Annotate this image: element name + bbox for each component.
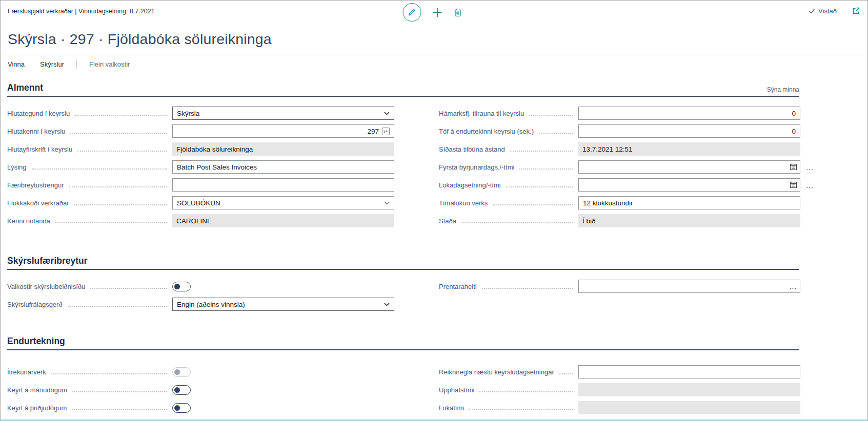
- dotted-leader: [32, 164, 167, 170]
- chevron-down-icon: [384, 112, 390, 115]
- field-label: Lýsing: [7, 163, 27, 171]
- section-recurrence: Endurtekning Ítrekunarverk Keyrt á mánud…: [7, 336, 799, 419]
- page-title: Skýrsla · 297 · Fjöldabóka sölureikninga: [1, 31, 867, 48]
- dotted-leader: [539, 129, 573, 134]
- field-label: Lokadagsetning/-tími: [439, 181, 501, 189]
- toggle-knob: [174, 284, 180, 289]
- rerun-delay-input[interactable]: 0: [578, 124, 800, 138]
- field-printer-name: Prentaraheiti …: [439, 280, 800, 293]
- new-button[interactable]: [432, 8, 442, 17]
- description-input[interactable]: Batch Post Sales Invoices: [172, 160, 394, 174]
- toggle-knob: [174, 405, 180, 411]
- menu-more-options[interactable]: Fleiri valkostir: [89, 60, 130, 68]
- input-value: Batch Post Sales Invoices: [177, 163, 257, 171]
- field-label: Keyrt á þriðjudögum: [7, 404, 67, 412]
- page-content: Almennt Sýna minna Hlutategund í keyrslu…: [1, 82, 867, 419]
- calendar-button[interactable]: [790, 163, 797, 171]
- field-label: Lokatími: [439, 404, 464, 412]
- report-params-right-column: Prentaraheiti …: [439, 280, 800, 315]
- field-label: Reikniregla næstu keyrsludagsetningar: [439, 368, 554, 376]
- input-value: 0: [792, 110, 796, 117]
- popout-button[interactable]: [852, 7, 860, 15]
- field-object-id-to-run: Hlutakenni í keyrslu 297: [7, 124, 394, 138]
- request-page-options-control: [172, 280, 394, 293]
- object-type-select[interactable]: Skýrsla: [172, 107, 394, 120]
- parameter-string-input[interactable]: [172, 178, 394, 192]
- field-label: Síðasta tilbúna ástand: [439, 145, 505, 153]
- field-recurring-job: Ítrekunarverk: [7, 365, 394, 378]
- check-icon: [809, 8, 815, 14]
- max-attempts-input[interactable]: 0: [578, 107, 800, 120]
- assist-edit-button[interactable]: …: [803, 161, 816, 174]
- dotted-leader: [51, 369, 167, 374]
- dotted-leader: [72, 405, 167, 410]
- lookup-arrows-icon: [383, 129, 388, 134]
- field-label: Hlutakenni í keyrslu: [7, 128, 65, 135]
- job-timeout-input[interactable]: 12 klukkustundir: [578, 196, 800, 209]
- next-run-date-formula-input[interactable]: [578, 365, 800, 378]
- section-title-report-parameters[interactable]: Skýrslufæribreytur: [7, 256, 88, 266]
- dotted-leader: [55, 218, 167, 223]
- section-title-general[interactable]: Almennt: [7, 82, 43, 93]
- readonly-value: 13.7.2021 12:51: [582, 145, 633, 153]
- recurring-job-toggle: [172, 367, 191, 377]
- field-report-output-type: Skýrslufrálagsgerð Engin (aðeins vinnsla…: [7, 298, 394, 311]
- general-left-column: Hlutategund í keyrslu Skýrsla Hlutakenni…: [7, 107, 394, 232]
- input-value: 297: [367, 128, 379, 135]
- field-ending-time: Lokatími: [439, 401, 800, 414]
- printer-lookup-button[interactable]: …: [789, 281, 797, 291]
- trash-icon: [453, 8, 462, 17]
- dotted-leader: [461, 218, 573, 223]
- dotted-leader: [559, 369, 573, 374]
- top-bar: Færsluspjald verkraðar | Vinnudagsetning…: [1, 1, 867, 24]
- field-run-on-tuesdays: Keyrt á þriðjudögum: [7, 401, 394, 414]
- breadcrumb: Færsluspjald verkraðar | Vinnudagsetning…: [8, 8, 155, 15]
- field-job-queue-category: Flokkakóði verkraðar SÖLUBÓKUN: [7, 196, 394, 209]
- printer-name-input[interactable]: …: [578, 280, 800, 293]
- show-less-link[interactable]: Sýna minna: [767, 86, 799, 93]
- pencil-icon: [408, 8, 416, 17]
- input-value: 0: [792, 128, 796, 135]
- expiration-datetime-input[interactable]: …: [578, 178, 800, 192]
- recurring-job-control: [172, 365, 394, 378]
- field-object-type-to-run: Hlutategund í keyrslu Skýrsla: [7, 107, 394, 120]
- dotted-leader: [510, 146, 573, 152]
- delete-button[interactable]: [453, 8, 462, 17]
- dotted-leader: [529, 111, 573, 116]
- field-label: Hlutayfirskrift í keyrslu: [7, 145, 72, 153]
- run-on-tuesdays-toggle[interactable]: [172, 403, 191, 413]
- field-last-ready-state: Síðasta tilbúna ástand 13.7.2021 12:51: [439, 142, 800, 156]
- select-value: Skýrsla: [177, 110, 199, 117]
- run-on-tuesdays-control: [172, 401, 394, 414]
- field-label: Valkostir skýrslubeiðnisíðu: [7, 283, 85, 290]
- request-page-options-toggle[interactable]: [172, 282, 191, 291]
- edit-button[interactable]: [402, 3, 421, 22]
- field-label: Ítrekunarverk: [7, 368, 46, 376]
- field-label: Staða: [439, 217, 456, 225]
- menu-item-vinna[interactable]: Vinna: [8, 60, 25, 68]
- plus-icon: [432, 8, 442, 17]
- toolbar: [402, 3, 462, 22]
- field-label: Upphafstími: [439, 386, 474, 394]
- report-output-type-select[interactable]: Engin (aðeins vinnsla): [172, 298, 394, 311]
- section-title-recurrence[interactable]: Endurtekning: [7, 336, 65, 347]
- job-queue-category-combobox[interactable]: SÖLUBÓKUN: [172, 196, 394, 209]
- calendar-button[interactable]: [790, 181, 797, 188]
- general-right-column: Hámarksfj. tilrauna til keyrslu 0 Töf á …: [439, 107, 800, 232]
- field-label: Fyrsta byrjunardags./-tími: [439, 163, 514, 171]
- calendar-icon: [790, 181, 797, 188]
- lookup-button[interactable]: [382, 128, 390, 135]
- status-value: Í bið: [578, 214, 800, 227]
- toggle-knob: [174, 369, 180, 375]
- field-label: Prentaraheiti: [439, 283, 477, 290]
- earliest-start-datetime-input[interactable]: …: [578, 160, 800, 174]
- field-report-request-page-options: Valkostir skýrslubeiðnisíðu: [7, 280, 394, 293]
- field-next-run-date-formula: Reikniregla næstu keyrsludagsetningar: [439, 365, 800, 378]
- dotted-leader: [469, 405, 573, 410]
- run-on-mondays-toggle[interactable]: [172, 385, 191, 395]
- assist-edit-button[interactable]: …: [803, 179, 816, 192]
- dotted-leader: [74, 200, 167, 205]
- menu-item-skyrslur[interactable]: Skýrslur: [40, 60, 64, 68]
- object-id-input[interactable]: 297: [172, 124, 394, 138]
- recurrence-left-column: Ítrekunarverk Keyrt á mánudögum: [7, 365, 394, 419]
